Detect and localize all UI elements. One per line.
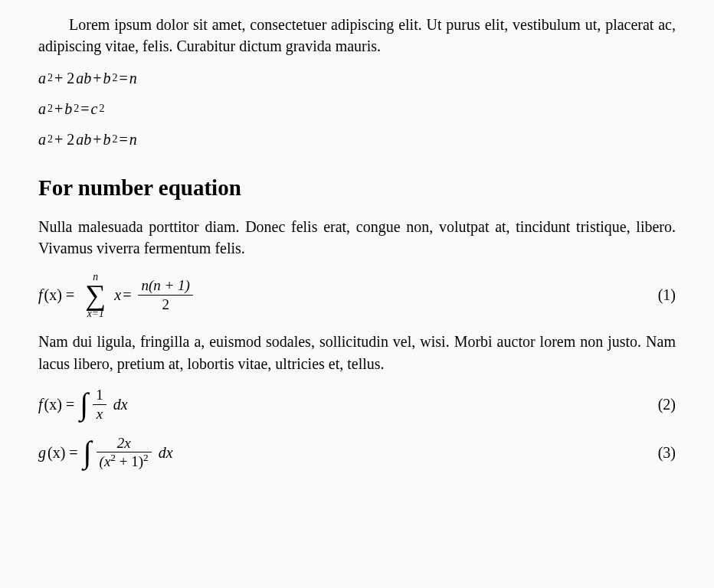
eq-var: a [38, 129, 46, 150]
eq-var: n [129, 129, 137, 150]
eq-var: f [38, 394, 43, 415]
eq-var: b [103, 129, 111, 150]
eq-var: x [114, 284, 121, 305]
eq-text: (x) = [47, 442, 78, 463]
equation-number: (1) [658, 284, 676, 305]
eq-op: + 2 [54, 129, 74, 150]
eq-text: (x) = [44, 284, 75, 305]
fraction: n(n + 1) 2 [138, 277, 192, 313]
eq-op: = [80, 98, 89, 119]
denominator: (x2 + 1)2 [97, 453, 152, 470]
eq-op: = [120, 67, 128, 89]
sum-operator: n ∑ x=1 [85, 272, 106, 318]
eq-var: f [38, 284, 43, 305]
equation-numbered-2: f (x) = ∫ 1 x dx (2) [38, 387, 676, 423]
eq-var: ab [76, 67, 91, 89]
equation-2: a2 + b2 = c2 [38, 97, 676, 120]
equation-numbered-1: f (x) = n ∑ x=1 x = n(n + 1) 2 (1) [38, 272, 676, 318]
paragraph-intro: Lorem ipsum dolor sit amet, consectetuer… [38, 14, 676, 57]
numerator: 2x [114, 435, 134, 452]
paragraph-3: Nam dui ligula, fringilla a, euismod sod… [38, 331, 676, 374]
numerator: n(n + 1) [138, 277, 192, 294]
eq-text: (x) = [44, 394, 75, 415]
eq-op: + [93, 67, 101, 89]
eq-op: + 2 [54, 67, 74, 89]
eq-var: a [38, 98, 46, 119]
eq-dx: dx [159, 442, 173, 463]
sum-lower: x=1 [87, 309, 104, 319]
paragraph-2: Nulla malesuada porttitor diam. Donec fe… [38, 216, 676, 260]
equation-1: a2 + 2 ab + b2 = n [38, 67, 676, 90]
eq-var: g [38, 442, 46, 463]
numerator: 1 [93, 387, 106, 403]
eq-var: a [38, 67, 46, 89]
sigma-icon: ∑ [85, 282, 106, 308]
eq-dx: dx [113, 394, 128, 415]
fraction: 2x (x2 + 1)2 [97, 435, 152, 471]
equation-number: (2) [658, 394, 676, 415]
denominator: 2 [159, 296, 172, 313]
eq-op: = [123, 284, 131, 305]
equation-block-unnumbered: a2 + 2 ab + b2 = n a2 + b2 = c2 a2 + [38, 67, 676, 151]
eq-var: c [91, 98, 98, 119]
equation-number: (3) [658, 442, 676, 463]
eq-var: b [103, 67, 111, 89]
eq-op: = [120, 129, 128, 150]
eq-var: b [64, 98, 72, 119]
fraction: 1 x [93, 387, 106, 423]
eq-var: n [129, 67, 137, 89]
integral-icon: ∫ [84, 440, 92, 465]
eq-op: + [54, 98, 63, 119]
equation-3: a2 + 2 ab + b2 = n [38, 128, 676, 151]
denominator: x [93, 406, 106, 423]
section-heading: For number equation [38, 172, 676, 204]
integral-icon: ∫ [80, 392, 88, 416]
equation-numbered-3: g (x) = ∫ 2x (x2 + 1)2 dx (3) [38, 435, 676, 471]
eq-op: + [93, 129, 101, 150]
document-page: Lorem ipsum dolor sit amet, consectetuer… [0, 0, 714, 496]
eq-var: ab [76, 129, 91, 150]
